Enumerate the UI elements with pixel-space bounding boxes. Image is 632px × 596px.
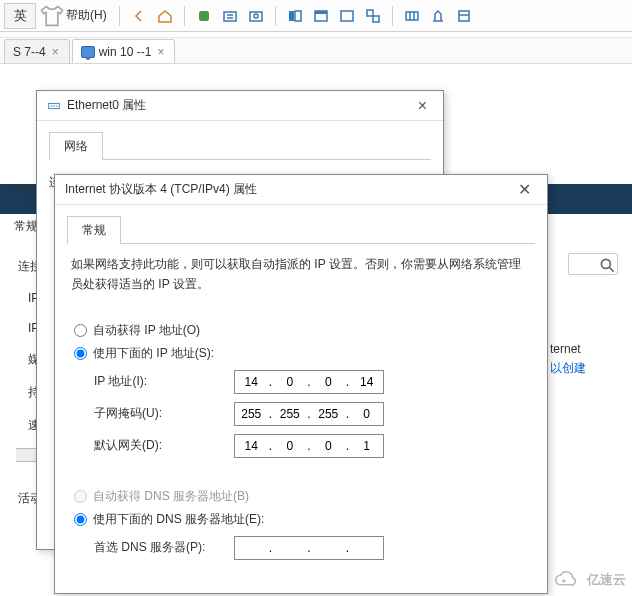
gateway-input[interactable]: . . . (234, 434, 384, 458)
dialog-titlebar: Ethernet0 属性 × (37, 91, 443, 121)
close-icon[interactable]: × (155, 45, 166, 59)
normal-label-fragment: 常规 (14, 218, 38, 235)
dialog-title: Ethernet0 属性 (67, 97, 146, 114)
top-toolbar: 英 帮助(H) (0, 0, 632, 32)
tab-network[interactable]: 网络 (49, 132, 103, 160)
svg-point-15 (562, 579, 565, 582)
ime-badge[interactable]: 英 (4, 3, 36, 29)
right-fragments: ternet 以创建 (550, 166, 610, 377)
ip-address-label: IP 地址(I): (94, 373, 234, 390)
dns1-label: 首选 DNS 服务器(P): (94, 539, 234, 556)
power-icon[interactable] (193, 5, 215, 27)
vm-tab-strip: S 7--4 × win 10 --1 × (0, 38, 632, 64)
dialog-titlebar: Internet 协议版本 4 (TCP/IPv4) 属性 ✕ (55, 175, 547, 205)
svg-rect-11 (406, 12, 418, 20)
cloud-icon (551, 570, 583, 590)
ethernet-label-fragment: Ethe (14, 182, 39, 196)
vm-tab-0[interactable]: S 7--4 × (4, 39, 70, 63)
svg-rect-9 (367, 10, 373, 16)
unity-icon[interactable] (362, 5, 384, 27)
suspend-icon[interactable] (219, 5, 241, 27)
close-icon[interactable]: × (50, 45, 61, 59)
nav-back-icon[interactable] (128, 5, 150, 27)
watermark: 亿速云 (551, 570, 626, 590)
tool2-icon[interactable] (427, 5, 449, 27)
radio-manual-ip[interactable]: 使用下面的 IP 地址(S): (74, 345, 528, 362)
dialog-title: Internet 协议版本 4 (TCP/IPv4) 属性 (65, 181, 257, 198)
description-text: 如果网络支持此功能，则可以获取自动指派的 IP 设置。否则，你需要从网络系统管理… (71, 254, 531, 295)
fit-guest-icon[interactable] (284, 5, 306, 27)
svg-point-3 (254, 14, 258, 18)
svg-rect-0 (199, 11, 209, 21)
subnet-mask-label: 子网掩码(U): (94, 405, 234, 422)
ip-address-input[interactable]: . . . (234, 370, 384, 394)
create-link[interactable]: 以创建 (550, 360, 610, 377)
gateway-label: 默认网关(D): (94, 437, 234, 454)
nav-home-icon[interactable] (154, 5, 176, 27)
shirt-icon[interactable] (38, 3, 66, 29)
radio-manual-dns[interactable]: 使用下面的 DNS 服务器地址(E): (74, 511, 528, 528)
svg-rect-8 (341, 11, 353, 21)
vm-tab-1[interactable]: win 10 --1 × (72, 39, 176, 63)
vm-tab-label: S 7--4 (13, 45, 46, 59)
help-menu[interactable]: 帮助(H) (66, 7, 107, 24)
tool1-icon[interactable] (401, 5, 423, 27)
svg-rect-1 (224, 12, 236, 21)
close-button[interactable]: × (412, 97, 433, 115)
fit-window-icon[interactable] (310, 5, 332, 27)
nic-icon (47, 99, 61, 113)
svg-rect-4 (289, 11, 294, 21)
tab-general[interactable]: 常规 (67, 216, 121, 244)
snapshot-icon[interactable] (245, 5, 267, 27)
fullscreen-icon[interactable] (336, 5, 358, 27)
svg-rect-5 (295, 11, 301, 21)
tcpip-properties-dialog: Internet 协议版本 4 (TCP/IPv4) 属性 ✕ 常规 如果网络支… (54, 174, 548, 594)
svg-rect-7 (315, 11, 327, 14)
svg-rect-10 (373, 16, 379, 22)
monitor-icon (81, 46, 95, 58)
dns1-input[interactable]: . . . (234, 536, 384, 560)
radio-auto-ip[interactable]: 自动获得 IP 地址(O) (74, 322, 528, 339)
tool3-icon[interactable] (453, 5, 475, 27)
radio-auto-dns: 自动获得 DNS 服务器地址(B) (74, 488, 528, 505)
close-button[interactable]: ✕ (512, 180, 537, 199)
svg-rect-12 (459, 11, 469, 21)
vm-tab-label: win 10 --1 (99, 45, 152, 59)
subnet-mask-input[interactable]: . . . (234, 402, 384, 426)
